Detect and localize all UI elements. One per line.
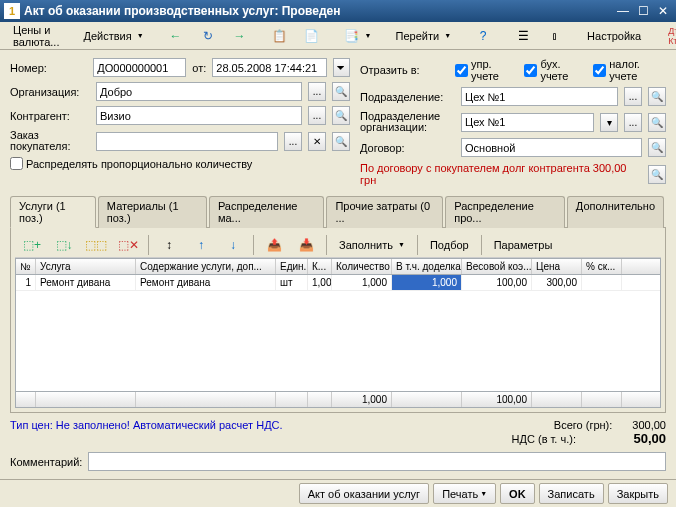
upr-checkbox[interactable]: упр. учете: [455, 58, 518, 82]
maximize-button[interactable]: ☐: [634, 3, 652, 19]
dept-open-icon[interactable]: 🔍: [648, 87, 666, 106]
col-price[interactable]: Цена: [532, 259, 582, 274]
import-icon[interactable]: 📥: [291, 234, 321, 256]
col-qty[interactable]: Количество: [332, 259, 392, 274]
date-input[interactable]: 28.05.2008 17:44:21: [212, 58, 326, 77]
tab-dist-mat[interactable]: Распределение ма...: [209, 196, 324, 228]
org-input[interactable]: Добро: [96, 82, 302, 101]
dept-org-select-icon[interactable]: ...: [624, 113, 642, 132]
act-button[interactable]: Акт об оказании услуг: [299, 483, 429, 504]
services-grid[interactable]: № Услуга Содержание услуги, доп... Един.…: [15, 258, 661, 408]
contr-label: Контрагент:: [10, 110, 90, 122]
tab-other[interactable]: Прочие затраты (0 ...: [326, 196, 443, 228]
goto-button[interactable]: Перейти▼: [389, 25, 459, 47]
tab-materials[interactable]: Материалы (1 поз.): [98, 196, 207, 228]
debt-open-icon[interactable]: 🔍: [648, 165, 666, 184]
actions-button[interactable]: Действия▼: [76, 25, 150, 47]
tab-dist-other[interactable]: Распределение про...: [445, 196, 565, 228]
vat-value: 50,00: [586, 431, 666, 446]
proportional-checkbox[interactable]: Распределять пропорционально количеству: [10, 157, 252, 170]
tab-panel: ⬚+ ⬚↓ ⬚⬚ ⬚✕ ↕ ↑ ↓ 📤 📥 Заполнить▼ Подбор …: [10, 228, 666, 413]
refresh-icon[interactable]: ↻: [193, 25, 223, 47]
dogovor-input[interactable]: Основной: [461, 138, 642, 157]
total-label: Всего (грн):: [554, 419, 613, 431]
dept-org-label: Подразделение организации:: [360, 111, 455, 133]
col-disc[interactable]: % ск...: [582, 259, 622, 274]
select-button[interactable]: Подбор: [423, 234, 476, 256]
nav-back-icon[interactable]: ←: [161, 25, 191, 47]
comment-label: Комментарий:: [10, 456, 82, 468]
contr-open-icon[interactable]: 🔍: [332, 106, 350, 125]
delete-row-icon[interactable]: ⬚✕: [113, 234, 143, 256]
buh-checkbox[interactable]: бух. учете: [524, 58, 587, 82]
insert-row-icon[interactable]: ⬚↓: [49, 234, 79, 256]
order-label: Заказ покупателя:: [10, 130, 90, 152]
move-up-icon[interactable]: ↑: [186, 234, 216, 256]
close-doc-button[interactable]: Закрыть: [608, 483, 668, 504]
move-down-icon[interactable]: ↓: [218, 234, 248, 256]
list-icon[interactable]: ☰: [508, 25, 538, 47]
order-input[interactable]: [96, 132, 278, 151]
tab-additional[interactable]: Дополнительно: [567, 196, 664, 228]
basedon-icon[interactable]: 📑▼: [337, 25, 379, 47]
col-content[interactable]: Содержание услуги, доп...: [136, 259, 276, 274]
contr-select-icon[interactable]: ...: [308, 106, 326, 125]
copy-row-icon[interactable]: ⬚⬚: [81, 234, 111, 256]
cancel-post-icon[interactable]: 📄: [297, 25, 327, 47]
prices-button[interactable]: Цены и валюта...: [6, 25, 66, 47]
contr-input[interactable]: Визио: [96, 106, 302, 125]
col-rework[interactable]: В т.ч. доделка: [392, 259, 462, 274]
tab-services[interactable]: Услуги (1 поз.): [10, 196, 96, 228]
selected-cell[interactable]: 1,000: [392, 275, 462, 290]
dk-icon[interactable]: ДтКт: [658, 25, 676, 47]
add-row-icon[interactable]: ⬚+: [17, 234, 47, 256]
fill-button[interactable]: Заполнить▼: [332, 234, 412, 256]
dept-org-input[interactable]: Цех №1: [461, 113, 594, 132]
tabs: Услуги (1 поз.) Материалы (1 поз.) Распр…: [10, 195, 666, 228]
close-button[interactable]: ✕: [654, 3, 672, 19]
grid-header: № Услуга Содержание услуги, доп... Един.…: [16, 259, 660, 275]
dept-input[interactable]: Цех №1: [461, 87, 618, 106]
table-row[interactable]: 1 Ремонт дивана Ремонт дивана шт 1,000 1…: [16, 275, 660, 291]
col-k[interactable]: К...: [308, 259, 332, 274]
params-button[interactable]: Параметры: [487, 234, 560, 256]
debt-text: По договору с покупателем долг контраген…: [360, 162, 642, 186]
minimize-button[interactable]: —: [614, 3, 632, 19]
dept-label: Подразделение:: [360, 91, 455, 103]
ok-button[interactable]: OK: [500, 483, 535, 504]
dept-org-dd-icon[interactable]: ▾: [600, 113, 618, 132]
nav-forward-icon[interactable]: →: [225, 25, 255, 47]
org-label: Организация:: [10, 86, 90, 98]
org-select-icon[interactable]: ...: [308, 82, 326, 101]
order-clear-icon[interactable]: ✕: [308, 132, 326, 151]
col-weight[interactable]: Весовой коэ...: [462, 259, 532, 274]
dogovor-label: Договор:: [360, 142, 455, 154]
dept-select-icon[interactable]: ...: [624, 87, 642, 106]
tree-icon[interactable]: ⫾: [540, 25, 570, 47]
number-label: Номер:: [10, 62, 87, 74]
bottom-bar: Акт об оказании услуг Печать▼ OK Записат…: [0, 479, 676, 507]
export-icon[interactable]: 📤: [259, 234, 289, 256]
order-select-icon[interactable]: ...: [284, 132, 302, 151]
nalog-checkbox[interactable]: налог. учете: [593, 58, 666, 82]
order-open-icon[interactable]: 🔍: [332, 132, 350, 151]
settings-button[interactable]: Настройка: [580, 25, 648, 47]
sort-asc-icon[interactable]: ↕: [154, 234, 184, 256]
number-input[interactable]: ДО000000001: [93, 58, 186, 77]
dept-org-open-icon[interactable]: 🔍: [648, 113, 666, 132]
comment-input[interactable]: [88, 452, 666, 471]
grid-footer: 1,000 100,00: [16, 391, 660, 407]
help-icon[interactable]: ?: [468, 25, 498, 47]
post-icon[interactable]: 📋: [265, 25, 295, 47]
titlebar: 1 Акт об оказании производственных услуг…: [0, 0, 676, 22]
vat-label: НДС (в т. ч.):: [512, 433, 576, 445]
date-picker-icon[interactable]: ⏷: [333, 58, 350, 77]
col-unit[interactable]: Един...: [276, 259, 308, 274]
org-open-icon[interactable]: 🔍: [332, 82, 350, 101]
col-num[interactable]: №: [16, 259, 36, 274]
dogovor-open-icon[interactable]: 🔍: [648, 138, 666, 157]
print-button[interactable]: Печать▼: [433, 483, 496, 504]
col-service[interactable]: Услуга: [36, 259, 136, 274]
save-button[interactable]: Записать: [539, 483, 604, 504]
main-toolbar: Цены и валюта... Действия▼ ← ↻ → 📋 📄 📑▼ …: [0, 22, 676, 50]
